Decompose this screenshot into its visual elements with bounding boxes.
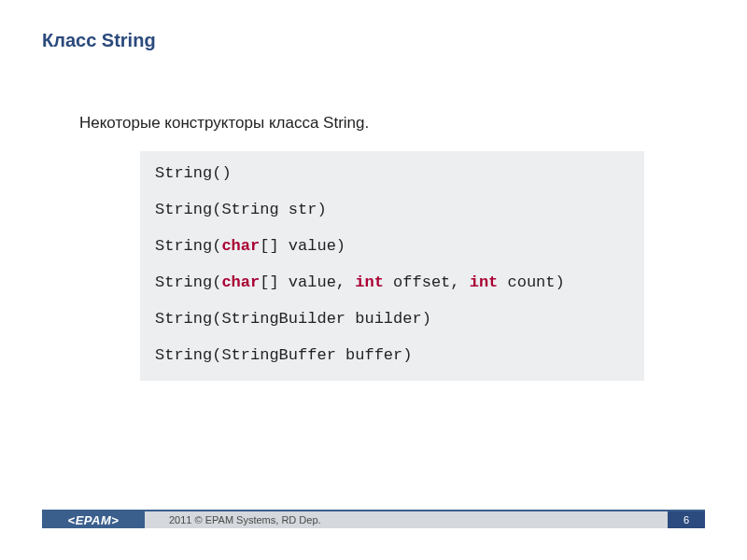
code-line: String(StringBuilder builder): [155, 310, 629, 328]
code-token: String(StringBuffer buffer): [155, 346, 412, 364]
code-line: String(StringBuffer buffer): [155, 346, 629, 364]
code-token: [] value,: [260, 273, 355, 291]
code-line: String(): [155, 164, 629, 182]
code-token: String(: [155, 237, 221, 255]
code-token: String(String str): [155, 201, 327, 218]
code-token: String(): [155, 164, 232, 182]
code-token: offset,: [384, 273, 470, 291]
code-token: String(: [155, 273, 221, 291]
code-line: String(char[] value, int offset, int cou…: [155, 273, 629, 291]
code-token: [] value): [260, 237, 345, 255]
code-line: String(char[] value): [155, 237, 629, 255]
footer-copyright: 2011 © EPAM Systems, RD Dep.: [163, 511, 668, 528]
code-block: String()String(String str)String(char[] …: [140, 151, 644, 381]
slide-subtitle: Некоторые конструкторы класса String.: [79, 114, 369, 133]
code-token: String(StringBuilder builder): [155, 310, 431, 328]
keyword-token: char: [221, 237, 260, 255]
footer-spacer: [145, 511, 163, 528]
epam-logo: <EPAM>: [42, 511, 145, 528]
keyword-token: int: [355, 273, 384, 291]
page-number: 6: [668, 511, 705, 528]
slide-title: Класс String: [42, 30, 156, 51]
code-line: String(String str): [155, 201, 629, 218]
code-token: count): [498, 273, 564, 291]
footer: <EPAM> 2011 © EPAM Systems, RD Dep. 6: [42, 510, 705, 530]
keyword-token: char: [221, 273, 260, 291]
keyword-token: int: [470, 273, 499, 291]
